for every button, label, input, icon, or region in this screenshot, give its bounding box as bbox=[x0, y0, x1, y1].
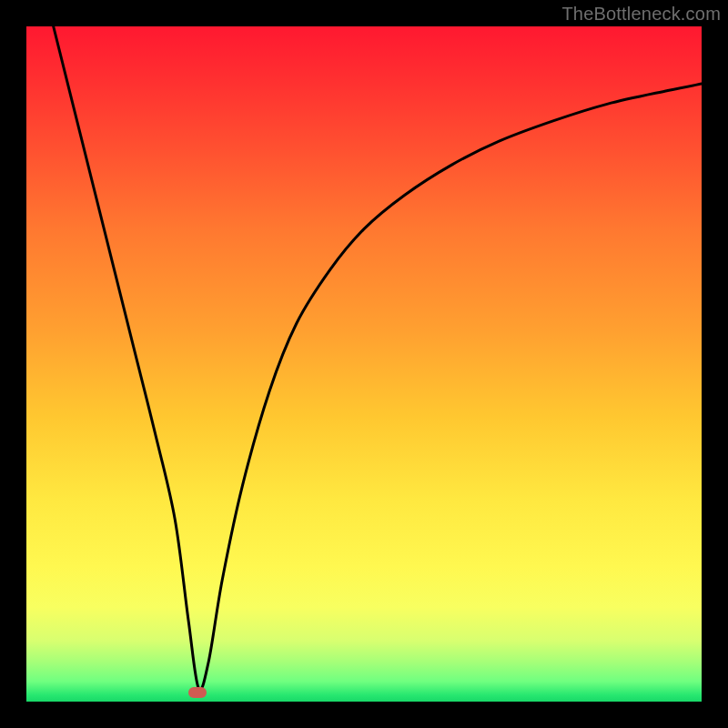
watermark-text: TheBottleneck.com bbox=[561, 4, 721, 25]
optimum-marker bbox=[188, 687, 207, 698]
chart-frame: TheBottleneck.com bbox=[0, 0, 728, 728]
bottleneck-curve bbox=[26, 26, 702, 702]
plot-area bbox=[26, 26, 702, 702]
